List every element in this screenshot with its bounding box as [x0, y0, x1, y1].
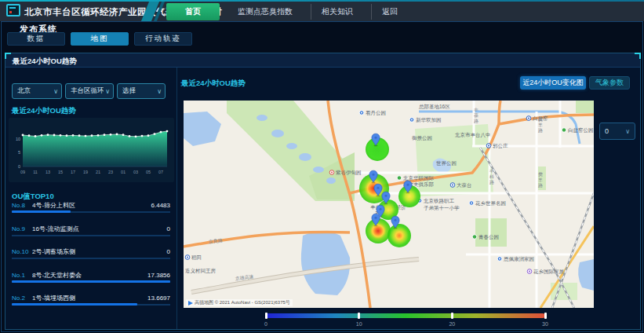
legend-tick [265, 313, 267, 319]
filter-select-1[interactable]: 北京∨ [12, 83, 62, 99]
top-list-row[interactable]: No.916号-流动监测点0 [12, 225, 170, 245]
trend-chart-label: 最近24小时OU趋势 [12, 106, 76, 116]
map-label: 花乡国际家居 [533, 269, 565, 275]
progress-bar [12, 280, 170, 283]
nav-item-2[interactable]: 监测点恶臭指数 [227, 4, 303, 20]
trend-chart: 0510091113151719212301030507 [9, 118, 174, 182]
map-section-label: 最近24小时OU趋势 [181, 79, 246, 89]
map-label: 樊羊路 [537, 117, 543, 134]
top-list-row[interactable]: No.102号-调蓄场东侧0 [12, 247, 170, 268]
svg-text:05: 05 [146, 170, 151, 174]
svg-text:17: 17 [71, 170, 75, 174]
dropdown-value: 0 [605, 127, 625, 135]
chevron-down-icon: ∨ [157, 88, 162, 95]
attribution-text: 高德地图 © 2021 AutoNavi - GS(2021)6375号 [195, 299, 290, 306]
header-nav: 首页监测点恶臭指数相关知识返回 [166, 2, 408, 21]
left-column: 北京∨丰台区循环经济产∨选择∨ 最近24小时OU趋势 0510091113151… [5, 68, 177, 329]
progress-bar [12, 303, 137, 306]
heat-blob [387, 224, 411, 247]
nav-item-3[interactable]: 相关知识 [311, 4, 363, 20]
legend-tick-label: 0 [264, 321, 267, 327]
map-label: 大葆台 [457, 182, 472, 188]
panel-title: 最近24小时OU趋势 [13, 57, 77, 67]
app-logo-icon [6, 4, 20, 16]
view-tabs: 数据地图行动轨迹 [7, 32, 192, 46]
map-label: 丰葆路 [474, 108, 478, 124]
top-list-row[interactable]: No.21号-填埋场西侧13.6697 [12, 294, 170, 314]
tab-2[interactable]: 地图 [71, 32, 129, 46]
heatmap-legend: 0102030 [266, 313, 545, 318]
filter-row: 北京∨丰台区循环经济产∨选择∨ [5, 83, 177, 101]
legend-tick-label: 30 [542, 321, 548, 327]
ou-change-chart-button[interactable]: 近24小时OU变化图 [520, 76, 586, 90]
weather-params-button[interactable]: 气象参数 [589, 76, 630, 90]
park-icon [397, 176, 402, 181]
svg-text:0: 0 [18, 164, 20, 169]
svg-text:13: 13 [45, 170, 50, 174]
map-label: 新华双加园 [416, 117, 442, 123]
map[interactable]: 看丹公园总部基地16区新华双加园御景公园北京市丰台八中世界公园北京华联国际高尔夫… [184, 101, 594, 308]
map-label: 看丹公园 [366, 110, 386, 116]
map-label: 北京市丰台八中 [455, 132, 491, 138]
svg-text:15: 15 [58, 170, 63, 174]
corner-accent [5, 53, 11, 59]
legend-tick [358, 313, 360, 319]
map-label: 恩佩康润家园 [504, 256, 534, 262]
map-label: 世界公园 [436, 160, 457, 166]
chevron-down-icon: ∨ [53, 88, 58, 95]
svg-text:10: 10 [16, 137, 20, 141]
park-icon [472, 235, 477, 240]
svg-text:11: 11 [33, 170, 38, 174]
map-label: 总部基地16区 [418, 104, 450, 110]
chevron-down-icon: ∨ [105, 88, 110, 95]
svg-text:5: 5 [18, 150, 20, 155]
map-attribution: 高德地图 © 2021 AutoNavi - GS(2021)6375号 [186, 299, 293, 306]
map-label: 北京华联国际 [403, 175, 435, 181]
legend-tick-label: 20 [449, 321, 455, 327]
map-label: 丰科路 [489, 169, 494, 185]
dashboard: 北京市丰台区循环经济产业园大气恶臭状况实时 首页监测点恶臭指数相关知识返回 发布… [0, 0, 644, 333]
svg-text:01: 01 [121, 170, 126, 174]
panel-titlebar: 最近24小时OU趋势 [5, 53, 640, 68]
nav-item-4[interactable]: 返回 [371, 4, 408, 20]
svg-text:03: 03 [133, 170, 138, 174]
tab-3[interactable]: 行动轨迹 [134, 32, 192, 46]
svg-text:21: 21 [96, 170, 100, 174]
legend-tick [451, 313, 453, 319]
park-icon [562, 128, 566, 133]
chevron-down-icon: ∨ [625, 128, 630, 135]
header: 北京市丰台区循环经济产业园大气恶臭状况实时 首页监测点恶臭指数相关知识返回 [0, 2, 644, 21]
map-label: 白盆窑公园 [568, 127, 594, 134]
filter-select-2[interactable]: 丰台区循环经济产∨ [65, 83, 114, 99]
top-list-row[interactable]: No.84号-筛分上料区6.4483 [12, 201, 170, 221]
map-option-dropdown[interactable]: 0 ∨ [599, 123, 635, 140]
corner-accent [635, 53, 641, 59]
map-label: 樊羊路 [537, 172, 543, 188]
map-label: 造义村回王房 [185, 268, 216, 274]
legend-tick [544, 313, 547, 319]
amap-logo-icon [188, 301, 193, 306]
nav-item-1[interactable]: 首页 [166, 3, 220, 20]
progress-bar [12, 210, 71, 213]
progress-track [12, 235, 170, 236]
map-label: 郭公庄 [493, 143, 508, 149]
map-label: 子弟第十一小学 [424, 205, 460, 211]
main-frame: 发布系统 数据地图行动轨迹 最近24小时OU趋势 北京∨丰台区循环经济产∨选择∨… [1, 21, 643, 332]
trend-panel: 最近24小时OU趋势 北京∨丰台区循环经济产∨选择∨ 最近24小时OU趋势 05… [5, 53, 641, 330]
svg-text:07: 07 [158, 170, 163, 174]
svg-text:19: 19 [83, 170, 88, 174]
map-label: 花乡世界名园 [475, 200, 506, 207]
map-label: 北京铁路职工 [424, 198, 455, 204]
map-label: 御景公园 [412, 135, 432, 141]
map-label: 稻田 [191, 254, 202, 261]
legend-tick-label: 10 [356, 321, 362, 327]
tab-1[interactable]: 数据 [7, 32, 65, 46]
svg-text:09: 09 [20, 170, 25, 174]
top-list-row[interactable]: No.18号-北天堂村委会17.3856 [12, 271, 170, 291]
svg-text:23: 23 [108, 170, 113, 174]
filter-select-3[interactable]: 选择∨ [117, 83, 166, 99]
progress-track [12, 258, 170, 259]
map-label: 紫谷伊甸园 [335, 170, 362, 176]
map-label: 青春公园 [478, 234, 499, 240]
